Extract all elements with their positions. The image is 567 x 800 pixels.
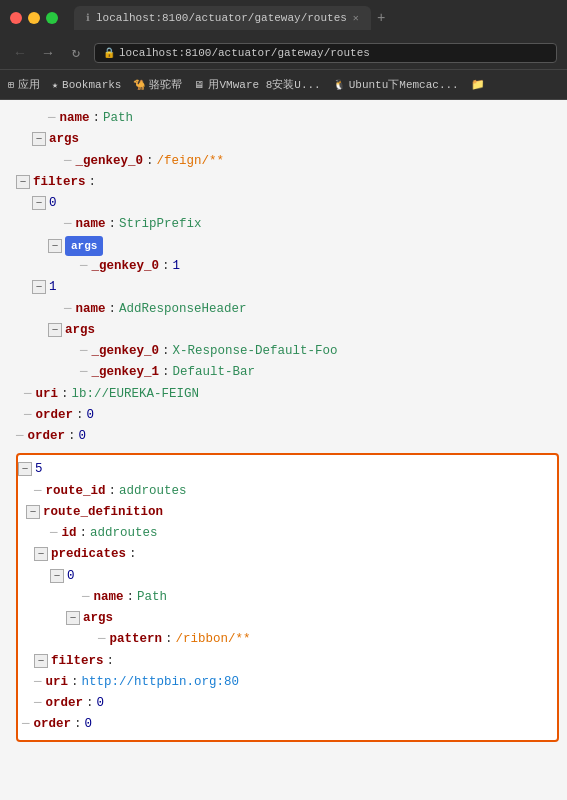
filters5-key: filters [51,651,104,672]
bookmark-vmware[interactable]: 🖥 用VMware 8安装U... [194,77,320,92]
section5-expand[interactable]: − [18,462,32,476]
order-row-outer: ─ order : 0 [16,426,567,447]
bookmark-luotuobang[interactable]: 🐪 骆驼帮 [133,77,182,92]
order-key-outer: order [28,426,66,447]
filter1-genkey1-row: ─ _genkey_1 : Default-Bar [16,362,567,383]
back-button[interactable]: ← [10,45,30,61]
order5-outer-value: 0 [85,714,93,735]
uri-value-1: lb://EUREKA-FEIGN [72,384,200,405]
id-value: addroutes [90,523,158,544]
filters-expand-1[interactable]: − [16,175,30,189]
id-key: id [62,523,77,544]
filter1-args-key: args [65,320,95,341]
filter1-expand[interactable]: − [32,280,46,294]
filter1-genkey0-value: X-Response-Default-Foo [173,341,338,362]
pred0-name-key: name [94,587,124,608]
name-path-row: ─ name : Path [16,108,567,129]
filter1-name-value: AddResponseHeader [119,299,247,320]
vmware-icon: 🖥 [194,79,204,91]
filter0-index: 0 [49,193,57,214]
traffic-lights [10,12,58,24]
bookmark-bookmarks[interactable]: ★ Bookmarks [52,79,121,91]
pred0-name-value: Path [137,587,167,608]
filters-row-1: − filters : [16,172,567,193]
filter0-expand-row: − 0 [16,193,567,214]
filters5-row: − filters : [18,651,557,672]
section5-box: − 5 ─ route_id : addroutes − route_defin… [16,453,559,741]
new-tab-button[interactable]: + [377,10,385,26]
order-value-1: 0 [87,405,95,426]
bookmark-vmware-label: 用VMware 8安装U... [208,77,320,92]
tab-close-icon[interactable]: ✕ [353,12,359,24]
genkey0-feign-value: /feign/** [157,151,225,172]
content-area: ─ name : Path − args ─ _genkey_0 : /feig… [0,100,567,800]
order5-outer-key: order [34,714,72,735]
address-input[interactable]: 🔒 localhost:8100/actuator/gateway/routes [94,43,557,63]
bookmark-bookmarks-label: Bookmarks [62,79,121,91]
order-row-1: ─ order : 0 [16,405,567,426]
filter0-genkey0-key: _genkey_0 [92,256,160,277]
pred0-index: 0 [67,566,75,587]
section5-index: 5 [35,459,43,480]
uri5-row: ─ uri : http://httpbin.org:80 [18,672,557,693]
bookmark-folder[interactable]: 📁 [471,78,485,91]
genkey0-feign-row: ─ _genkey_0 : /feign/** [16,151,567,172]
bookmark-apps-label: 应用 [18,77,40,92]
refresh-button[interactable]: ↻ [66,44,86,61]
route-def-row: − route_definition [18,502,557,523]
filters5-expand[interactable]: − [34,654,48,668]
args-expand-1[interactable]: − [32,132,46,146]
uri5-value: http://httpbin.org:80 [82,672,240,693]
pred0-args-key: args [83,608,113,629]
url-text: localhost:8100/actuator/gateway/routes [119,47,370,59]
uri-key-1: uri [36,384,59,405]
filter0-genkey0-value: 1 [173,256,181,277]
filter1-genkey1-value: Default-Bar [173,362,256,383]
route-id-row: ─ route_id : addroutes [18,481,557,502]
filter1-args-row: − args [16,320,567,341]
filter1-args-expand[interactable]: − [48,323,62,337]
bookmark-apps[interactable]: ⊞ 应用 [8,77,40,92]
order5-outer-row: ─ order : 0 [18,714,557,735]
pred0-args-expand[interactable]: − [66,611,80,625]
args-badge[interactable]: args [65,236,103,257]
filters-key-1: filters [33,172,86,193]
route-id-key: route_id [46,481,106,502]
uri-row-1: ─ uri : lb://EUREKA-FEIGN [16,384,567,405]
order5-row: ─ order : 0 [18,693,557,714]
active-tab[interactable]: ℹ localhost:8100/actuator/gateway/routes… [74,6,371,30]
args-row-1: − args [16,129,567,150]
filter0-args-expand[interactable]: − [48,239,62,253]
order5-value: 0 [97,693,105,714]
bookmarks-bar: ⊞ 应用 ★ Bookmarks 🐪 骆驼帮 🖥 用VMware 8安装U...… [0,70,567,100]
predicates-key: predicates [51,544,126,565]
filter0-name-key: name [76,214,106,235]
tab-favicon: ℹ [86,12,90,24]
name-key: name [60,108,90,129]
filter1-genkey0-row: ─ _genkey_0 : X-Response-Default-Foo [16,341,567,362]
filter1-name-row: ─ name : AddResponseHeader [16,299,567,320]
folder-icon: 📁 [471,78,485,91]
close-button[interactable] [10,12,22,24]
forward-button[interactable]: → [38,45,58,61]
maximize-button[interactable] [46,12,58,24]
filter0-genkey0-row: ─ _genkey_0 : 1 [16,256,567,277]
id-row: ─ id : addroutes [18,523,557,544]
filter0-name-value: StripPrefix [119,214,202,235]
bookmark-luotuo-label: 骆驼帮 [149,77,182,92]
tab-title: localhost:8100/actuator/gateway/routes [96,12,347,24]
predicates-row: − predicates : [18,544,557,565]
minimize-button[interactable] [28,12,40,24]
bookmark-ubuntu[interactable]: 🐧 Ubuntu下Memcac... [333,77,459,92]
route-def-expand[interactable]: − [26,505,40,519]
camel-icon: 🐪 [133,79,145,91]
filter1-expand-row: − 1 [16,277,567,298]
filter1-genkey1-key: _genkey_1 [92,362,160,383]
pred0-pattern-value: /ribbon/** [176,629,251,650]
predicates-expand[interactable]: − [34,547,48,561]
pred0-expand[interactable]: − [50,569,64,583]
filter1-genkey0-key: _genkey_0 [92,341,160,362]
filter0-expand[interactable]: − [32,196,46,210]
genkey0-feign-key: _genkey_0 [76,151,144,172]
filter0-args-badge-row: − args [16,236,567,257]
